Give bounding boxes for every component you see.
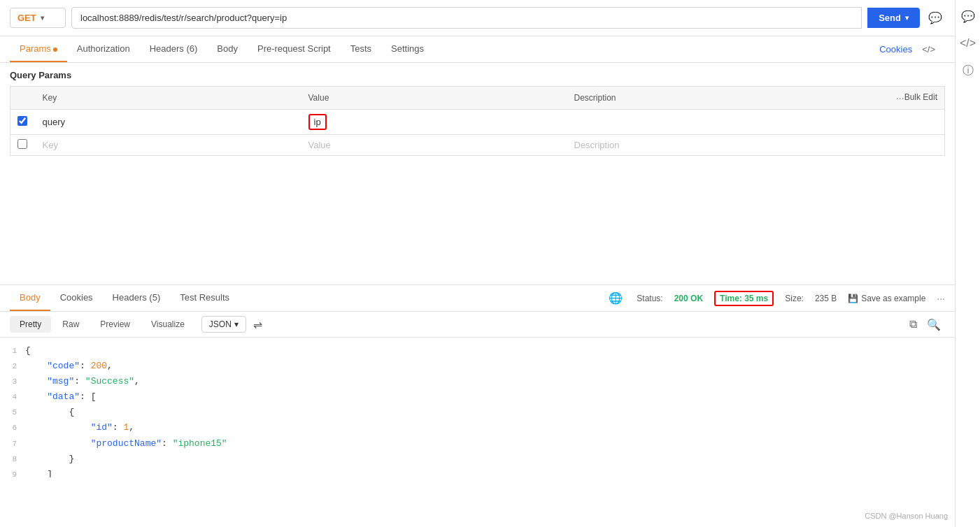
info-sidebar-icon[interactable]: ⓘ <box>960 61 977 81</box>
more-dots-icon[interactable]: ··· <box>937 293 945 304</box>
line-num-7: 7 <box>0 438 25 451</box>
empty-row-checkbox[interactable] <box>17 139 27 149</box>
time-value: 35 ms <box>744 294 768 303</box>
check-header <box>10 87 36 110</box>
filter-icon-button[interactable]: ⇌ <box>248 317 268 333</box>
request-tabs: Params Authorization Headers (6) Body Pr… <box>0 36 955 63</box>
format-tab-visualize[interactable]: Visualize <box>141 316 194 333</box>
tab-params[interactable]: Params <box>10 36 67 62</box>
json-content-6: "id": 1, <box>25 420 134 435</box>
row-value-text: ip <box>314 117 321 127</box>
tab-headers[interactable]: Headers (6) <box>140 36 208 62</box>
size-value: 235 B <box>815 294 837 303</box>
json-format-label: JSON <box>209 319 232 329</box>
json-content-5: { <box>25 405 74 420</box>
empty-desc-cell[interactable]: Description <box>567 135 882 156</box>
json-content-3: "msg": "Success", <box>25 374 140 389</box>
json-line-6: 6 "id": 1, <box>0 420 955 435</box>
send-label: Send <box>879 13 901 23</box>
row-checkbox-cell <box>10 110 36 135</box>
response-tab-body[interactable]: Body <box>10 285 50 311</box>
tab-prerequest-label: Pre-request Script <box>257 43 331 54</box>
json-content-9: ] <box>25 467 52 477</box>
tab-tests[interactable]: Tests <box>341 36 381 62</box>
search-icon-button[interactable]: 🔍 <box>923 317 945 333</box>
row-checkbox[interactable] <box>17 116 27 126</box>
json-line-3: 3 "msg": "Success", <box>0 374 955 389</box>
save-example-button[interactable]: 💾 Save as example <box>848 294 925 303</box>
line-num-3: 3 <box>0 375 25 389</box>
row-value-cell[interactable]: ip <box>301 110 567 135</box>
tab-settings[interactable]: Settings <box>381 36 434 62</box>
method-arrow: ▾ <box>41 14 44 22</box>
json-response-body: 1 { 2 "code": 200, 3 "msg": "Success", 4 <box>0 338 955 477</box>
params-table: Key Value Description ··· Bulk Edit quer… <box>10 86 945 156</box>
bulk-edit-button[interactable]: Bulk Edit <box>904 92 937 102</box>
actions-header: ··· Bulk Edit <box>882 87 945 110</box>
dots-icon: ··· <box>896 92 904 103</box>
empty-value-placeholder: Value <box>308 140 331 150</box>
format-tab-preview-label: Preview <box>100 319 130 329</box>
json-line-9: 9 ] <box>0 467 955 477</box>
json-format-select[interactable]: JSON ▾ <box>201 316 246 333</box>
json-line-5: 5 { <box>0 405 955 420</box>
send-button[interactable]: Send ▾ <box>867 8 920 28</box>
url-bar: GET ▾ Send ▾ 💬 <box>0 0 955 36</box>
row-actions-cell <box>882 110 945 135</box>
desc-header: Description <box>567 87 882 110</box>
message-sidebar-icon[interactable]: 💬 <box>958 7 978 26</box>
empty-key-placeholder: Key <box>43 140 58 150</box>
format-tab-raw-label: Raw <box>62 319 79 329</box>
params-section: Query Params Key Value Description ··· B… <box>0 63 955 159</box>
code-icon[interactable]: </> <box>912 37 945 62</box>
globe-icon: 🌐 <box>606 289 625 308</box>
empty-value-cell[interactable]: Value <box>301 135 567 156</box>
empty-desc-placeholder: Description <box>574 140 620 150</box>
cookies-link[interactable]: Cookies <box>869 37 912 62</box>
empty-actions-cell <box>882 135 945 156</box>
format-tabs-bar: Pretty Raw Preview Visualize JSON ▾ ⇌ ⧉ … <box>0 312 955 338</box>
format-tab-preview[interactable]: Preview <box>90 316 140 333</box>
json-content-2: "code": 200, <box>25 359 113 374</box>
line-num-4: 4 <box>0 391 25 404</box>
status-value: 200 OK <box>674 294 703 303</box>
response-tabs-bar: Body Cookies Headers (5) Test Results 🌐 … <box>0 285 955 312</box>
json-content-7: "productName": "iphone15" <box>25 436 227 452</box>
json-content-8: } <box>25 452 74 467</box>
line-num-5: 5 <box>0 406 25 419</box>
json-format-arrow: ▾ <box>234 319 239 329</box>
format-tab-raw[interactable]: Raw <box>52 316 89 333</box>
save-icon: 💾 <box>848 294 858 303</box>
time-label-text: Time: <box>720 294 742 303</box>
json-content-4: "data": [ <box>25 389 96 405</box>
query-params-title: Query Params <box>10 70 945 80</box>
response-tab-test-results[interactable]: Test Results <box>170 285 239 311</box>
response-tab-headers-label: Headers (5) <box>113 292 161 303</box>
line-num-1: 1 <box>0 345 25 358</box>
row-desc-cell[interactable] <box>567 110 882 135</box>
json-line-7: 7 "productName": "iphone15" <box>0 436 955 452</box>
json-line-1: 1 { <box>0 343 955 359</box>
json-line-8: 8 } <box>0 452 955 467</box>
method-label: GET <box>17 13 36 23</box>
json-line-2: 2 "code": 200, <box>0 359 955 374</box>
size-label-text: Size: <box>785 294 804 303</box>
format-tab-pretty-label: Pretty <box>20 319 41 329</box>
method-select[interactable]: GET ▾ <box>10 8 66 28</box>
row-key-cell[interactable]: query <box>36 110 301 135</box>
empty-key-cell[interactable]: Key <box>36 135 301 156</box>
json-body: 1 { 2 "code": 200, 3 "msg": "Success", 4 <box>0 338 955 477</box>
copy-icon-button[interactable]: ⧉ <box>905 317 921 332</box>
response-tab-cookies-label: Cookies <box>60 292 93 303</box>
line-num-8: 8 <box>0 453 25 466</box>
tab-body[interactable]: Body <box>207 36 248 62</box>
response-tab-headers[interactable]: Headers (5) <box>103 285 171 311</box>
response-tab-cookies[interactable]: Cookies <box>50 285 103 311</box>
tab-authorization[interactable]: Authorization <box>67 36 140 62</box>
format-tab-pretty[interactable]: Pretty <box>10 316 51 333</box>
tab-prerequest[interactable]: Pre-request Script <box>248 36 341 62</box>
url-input[interactable] <box>71 7 862 29</box>
chat-icon-button[interactable]: 💬 <box>925 8 945 27</box>
table-row: query ip <box>10 110 945 135</box>
code-sidebar-icon[interactable]: </> <box>957 34 979 52</box>
